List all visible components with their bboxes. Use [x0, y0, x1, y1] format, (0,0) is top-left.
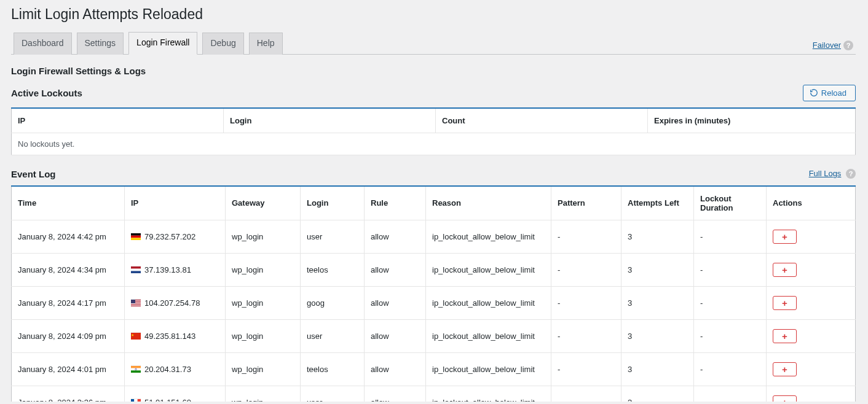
cell-gateway: wp_login [226, 253, 301, 286]
cell-gateway: wp_login [226, 286, 301, 319]
flag-nl-icon [131, 266, 141, 273]
tab-dashboard[interactable]: Dashboard [14, 33, 72, 55]
col-login: Login [224, 108, 436, 133]
cell-rule: allow [365, 386, 426, 402]
cell-login: teelos [301, 352, 365, 386]
cell-time: January 8, 2024 4:01 pm [12, 352, 125, 386]
tab-debug[interactable]: Debug [202, 33, 243, 55]
col-actions: Actions [767, 187, 856, 220]
cell-pattern: - [551, 286, 621, 319]
cell-time: January 8, 2024 4:34 pm [12, 253, 125, 286]
cell-login: user [301, 386, 365, 402]
col-rule: Rule [365, 187, 426, 220]
cell-ip: 20.204.31.73 [125, 352, 226, 386]
svg-rect-0 [131, 233, 141, 236]
cell-rule: allow [365, 352, 426, 386]
table-row: January 8, 2024 4:42 pm79.232.57.202wp_l… [12, 220, 856, 253]
cell-login: user [301, 319, 365, 352]
cell-rule: allow [365, 220, 426, 253]
cell-lockdur: - [694, 220, 767, 253]
tab-bar: DashboardSettingsLogin FirewallDebugHelp… [11, 30, 856, 55]
cell-reason: ip_lockout_allow_below_limit [426, 386, 551, 402]
section-settings-title: Login Firewall Settings & Logs [11, 66, 856, 76]
cell-ip: 79.232.57.202 [125, 220, 226, 253]
add-button[interactable]: + [773, 329, 797, 343]
col-gateway: Gateway [226, 187, 301, 220]
cell-ip: 49.235.81.143 [125, 319, 226, 352]
svg-rect-12 [131, 333, 141, 340]
cell-rule: allow [365, 286, 426, 319]
flag-cn-icon [131, 332, 141, 339]
add-button[interactable]: + [773, 296, 797, 310]
svg-rect-9 [131, 303, 141, 304]
add-button[interactable]: + [773, 395, 797, 402]
cell-gateway: wp_login [226, 352, 301, 386]
cell-time: January 8, 2024 4:17 pm [12, 286, 125, 319]
cell-reason: ip_lockout_allow_below_limit [426, 220, 551, 253]
cell-attempts: 3 [621, 319, 694, 352]
cell-rule: allow [365, 253, 426, 286]
event-log-scroll[interactable]: Time IP Gateway Login Rule Reason Patter… [11, 185, 856, 402]
tab-help[interactable]: Help [249, 33, 283, 55]
add-button[interactable]: + [773, 263, 797, 277]
cell-lockdur: - [694, 286, 767, 319]
svg-rect-5 [131, 271, 141, 273]
col-login: Login [301, 187, 365, 220]
cell-lockdur: - [694, 253, 767, 286]
cell-reason: ip_lockout_allow_below_limit [426, 286, 551, 319]
cell-reason: ip_lockout_allow_below_limit [426, 352, 551, 386]
cell-ip: 104.207.254.78 [125, 286, 226, 319]
svg-rect-1 [131, 235, 141, 238]
svg-rect-11 [131, 300, 135, 303]
tab-login-firewall[interactable]: Login Firewall [128, 32, 197, 55]
add-button[interactable]: + [773, 230, 797, 244]
reload-label: Reload [821, 88, 846, 98]
cell-pattern: - [551, 386, 621, 402]
cell-ip: 37.139.13.81 [125, 253, 226, 286]
help-icon[interactable]: ? [843, 41, 853, 50]
table-row: January 8, 2024 4:34 pm37.139.13.81wp_lo… [12, 253, 856, 286]
cell-attempts: 3 [621, 352, 694, 386]
reload-button[interactable]: Reload [803, 85, 856, 101]
col-lockdur: Lockout Duration [694, 187, 767, 220]
cell-gateway: wp_login [226, 319, 301, 352]
svg-rect-20 [138, 399, 141, 402]
cell-time: January 8, 2024 3:36 pm [12, 386, 125, 402]
failover-link[interactable]: Failover [813, 41, 841, 50]
active-lockouts-table: IP Login Count Expires in (minutes) No l… [11, 107, 856, 155]
lockouts-empty: No lockouts yet. [12, 133, 856, 155]
tab-settings[interactable]: Settings [77, 33, 124, 55]
svg-rect-10 [131, 305, 141, 305]
cell-pattern: - [551, 253, 621, 286]
cell-lockdur: - [694, 319, 767, 352]
svg-rect-19 [134, 399, 137, 402]
page-title: Limit Login Attempts Reloaded [11, 6, 856, 23]
cell-actions: + [767, 220, 856, 253]
cell-attempts: 3 [621, 386, 694, 402]
col-ip: IP [12, 108, 224, 133]
cell-login: user [301, 220, 365, 253]
svg-rect-3 [131, 266, 141, 269]
cell-actions: + [767, 319, 856, 352]
cell-ip: 51.91.151.60 [125, 386, 226, 402]
cell-time: January 8, 2024 4:09 pm [12, 319, 125, 352]
table-row: January 8, 2024 4:17 pm104.207.254.78wp_… [12, 286, 856, 319]
cell-actions: + [767, 352, 856, 386]
cell-gateway: wp_login [226, 386, 301, 402]
table-row: January 8, 2024 4:01 pm20.204.31.73wp_lo… [12, 352, 856, 386]
col-time: Time [12, 187, 125, 220]
cell-lockdur: - [694, 386, 767, 402]
cell-login: teelos [301, 253, 365, 286]
cell-login: goog [301, 286, 365, 319]
help-icon[interactable]: ? [846, 169, 856, 179]
event-log-table: Time IP Gateway Login Rule Reason Patter… [11, 187, 856, 402]
svg-rect-2 [131, 238, 141, 240]
cell-pattern: - [551, 352, 621, 386]
col-attempts: Attempts Left [621, 187, 694, 220]
add-button[interactable]: + [773, 362, 797, 376]
flag-us-icon [131, 299, 141, 306]
active-lockouts-title: Active Lockouts [11, 88, 82, 98]
event-log-title: Event Log [11, 169, 56, 179]
full-logs-link[interactable]: Full Logs [809, 169, 842, 178]
flag-in-icon [131, 365, 141, 372]
